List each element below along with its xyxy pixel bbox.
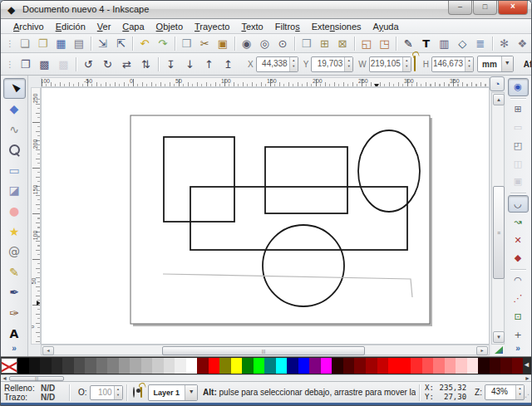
drawing-canvas[interactable] bbox=[41, 87, 490, 345]
palette-swatch[interactable] bbox=[29, 358, 41, 374]
layer-lock-icon[interactable] bbox=[140, 388, 142, 397]
stroke-value[interactable]: N/D bbox=[41, 393, 66, 402]
new-document[interactable]: ❏ bbox=[16, 35, 34, 52]
toolbox-overflow-button[interactable]: » bbox=[12, 344, 17, 353]
palette-swatch[interactable] bbox=[219, 358, 231, 374]
palette-swatch[interactable] bbox=[388, 358, 400, 374]
palette-swatch[interactable] bbox=[478, 358, 490, 374]
palette-swatch[interactable] bbox=[354, 358, 366, 374]
opacity-field[interactable]: 100▲▼ bbox=[90, 385, 123, 400]
snapbar-overflow-button[interactable]: » bbox=[515, 344, 520, 353]
snap-smooth-nodes[interactable]: ◠ bbox=[508, 271, 529, 290]
vertical-scrollbar[interactable]: ▲ ≡ ▼ bbox=[491, 92, 505, 345]
tool-selector[interactable]: ► bbox=[3, 78, 26, 99]
palette-swatch[interactable] bbox=[96, 358, 108, 374]
zoom-field[interactable]: 43%▲▼ bbox=[485, 384, 525, 400]
palette-swatch[interactable] bbox=[242, 358, 254, 374]
menu-texto[interactable]: Texto bbox=[235, 21, 268, 32]
tool-zoom[interactable] bbox=[3, 139, 26, 160]
corner-button[interactable]: ◔ bbox=[490, 76, 505, 91]
tool-star[interactable]: ★ bbox=[3, 221, 26, 242]
palette-swatch[interactable] bbox=[490, 358, 501, 374]
palette-swatch[interactable] bbox=[119, 358, 131, 374]
document-properties[interactable]: ❖ bbox=[513, 35, 531, 52]
palette-swatch[interactable] bbox=[175, 358, 186, 374]
palette-swatch[interactable] bbox=[411, 358, 422, 374]
palette-swatch[interactable] bbox=[500, 358, 512, 374]
title-bar[interactable]: ◆ Documento nuevo 4 - Inkscape – □ × bbox=[1, 1, 531, 19]
palette-swatch[interactable] bbox=[62, 358, 74, 374]
palette-swatch[interactable] bbox=[422, 358, 434, 374]
palette-swatch[interactable] bbox=[197, 358, 209, 374]
align-dialog[interactable]: ≣ bbox=[471, 35, 490, 52]
zoom-selection[interactable]: ◉ bbox=[238, 35, 256, 52]
redo[interactable]: ↷ bbox=[154, 35, 172, 52]
select-all[interactable]: ❐ bbox=[16, 56, 35, 73]
vertical-scroll-thumb[interactable]: ≡ bbox=[493, 186, 505, 279]
save-document[interactable]: ▦ bbox=[52, 35, 70, 52]
palette-swatch[interactable] bbox=[254, 358, 265, 374]
unlink-clone[interactable]: ⊠ bbox=[333, 35, 352, 52]
minimize-button[interactable]: – bbox=[448, 1, 472, 15]
palette-swatch[interactable] bbox=[40, 358, 52, 374]
unit-dropdown[interactable]: mm▼ bbox=[477, 56, 514, 72]
snap-rotation-center[interactable]: + bbox=[508, 325, 529, 344]
flip-vertical[interactable]: ⇅ bbox=[136, 56, 155, 73]
snap-bbox-corners[interactable]: ◰ bbox=[508, 136, 529, 154]
palette-swatch[interactable] bbox=[366, 358, 377, 374]
tool-rectangle[interactable]: ▭ bbox=[3, 159, 26, 180]
scroll-left-icon[interactable]: ◄ bbox=[42, 346, 54, 355]
palette-swatch[interactable] bbox=[377, 358, 389, 374]
palette-swatch[interactable] bbox=[343, 358, 355, 374]
raise[interactable]: ↑ bbox=[200, 56, 219, 73]
palette-swatch[interactable] bbox=[74, 358, 86, 374]
snap-bbox[interactable]: ⊞ bbox=[508, 100, 529, 119]
palette-swatch[interactable] bbox=[298, 358, 310, 374]
preferences[interactable]: ✻ bbox=[495, 35, 514, 52]
scroll-up-icon[interactable]: ▲ bbox=[493, 94, 505, 105]
tool-ellipse[interactable]: ● bbox=[3, 201, 26, 222]
cut[interactable]: ✂ bbox=[195, 35, 214, 52]
menu-extensiones[interactable]: Extensiones bbox=[306, 21, 367, 32]
undo[interactable]: ↶ bbox=[135, 35, 154, 52]
palette-swatch[interactable] bbox=[445, 358, 456, 374]
tool-3dbox[interactable]: ◪ bbox=[3, 180, 26, 201]
xml-editor[interactable]: ◇ bbox=[453, 35, 471, 52]
snap-enable[interactable]: ◉ bbox=[508, 78, 529, 96]
x-field[interactable]: 44,338▲▼ bbox=[256, 56, 298, 72]
palette-swatch[interactable] bbox=[400, 358, 411, 374]
palette-swatch[interactable] bbox=[467, 358, 479, 374]
palette-scrollbar[interactable]: ◄ ||| ► bbox=[1, 374, 531, 381]
palette-swatch[interactable] bbox=[85, 358, 96, 374]
y-field[interactable]: 19,703▲▼ bbox=[311, 56, 353, 72]
tool-spiral[interactable]: @ bbox=[3, 242, 26, 262]
toolbar-grip[interactable]: ⋮ bbox=[6, 60, 14, 69]
lower-to-bottom[interactable]: ↧ bbox=[161, 56, 180, 73]
snap-midpoints[interactable]: ⋰ bbox=[508, 290, 529, 308]
ungroup[interactable]: ◳ bbox=[376, 35, 394, 52]
snap-path-intersections[interactable]: ✕ bbox=[508, 231, 529, 249]
tool-tweak[interactable]: ∿ bbox=[3, 119, 26, 139]
scroll-right-icon[interactable]: ► bbox=[476, 346, 488, 355]
select-all-layers[interactable]: ▩ bbox=[35, 56, 54, 73]
palette-swatch[interactable] bbox=[287, 358, 298, 374]
fill-stroke-dialog[interactable]: ✎ bbox=[399, 35, 417, 52]
lower[interactable]: ↓ bbox=[180, 56, 200, 73]
menu-ver[interactable]: Ver bbox=[91, 21, 117, 32]
palette-swatch[interactable] bbox=[231, 358, 243, 374]
zoom-drawing[interactable]: ◎ bbox=[255, 35, 273, 52]
layer-visibility-icon[interactable] bbox=[133, 388, 135, 397]
palette-swatch[interactable] bbox=[309, 358, 321, 374]
tool-calligraphy[interactable]: ✑ bbox=[3, 303, 26, 324]
menu-edicin[interactable]: Edición bbox=[50, 21, 91, 32]
open-document[interactable]: ❐ bbox=[34, 35, 52, 52]
close-button[interactable]: × bbox=[498, 1, 528, 15]
palette-swatch[interactable] bbox=[321, 358, 332, 374]
duplicate[interactable]: ❒ bbox=[298, 35, 316, 52]
menu-objeto[interactable]: Objeto bbox=[150, 21, 189, 32]
paste[interactable]: ▣ bbox=[214, 35, 232, 52]
tool-pen[interactable]: ✒ bbox=[3, 282, 26, 303]
palette-more-arrow[interactable]: ◄ bbox=[523, 360, 530, 369]
snap-cusp-nodes[interactable]: ◆ bbox=[508, 249, 529, 267]
horizontal-scroll-thumb[interactable]: ||| bbox=[162, 346, 365, 355]
